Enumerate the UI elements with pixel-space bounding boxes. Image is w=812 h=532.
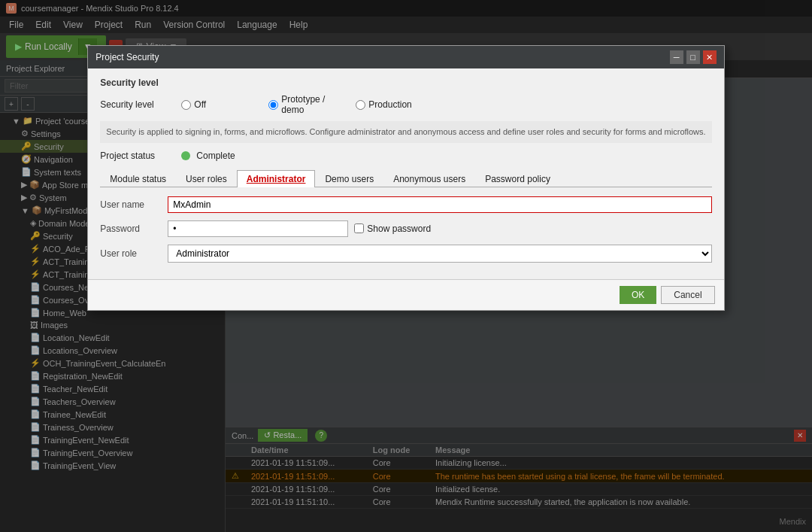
tab-user-roles[interactable]: User roles [176,170,237,187]
administrator-tab-content: User name Password Show password User ro… [100,196,711,263]
radio-production[interactable] [356,100,365,110]
show-password-checkbox[interactable] [354,223,364,233]
radio-off[interactable] [181,100,191,110]
tab-demo-users[interactable]: Demo users [315,170,383,187]
modal-tabs: Module status User roles Administrator D… [100,170,711,187]
modal-footer: OK Cancel [88,279,723,310]
user-role-select[interactable]: Administrator [168,245,711,263]
modal-close-button[interactable]: ✕ [703,50,717,64]
radio-prototype-label: Prototype / demo [268,94,344,115]
radio-prototype[interactable] [268,100,278,110]
modal-minimize-button[interactable]: ─ [670,50,683,64]
username-input[interactable] [168,196,711,213]
security-level-title: Security level [100,78,711,88]
show-password-container: Show password [354,223,431,234]
modal-restore-button[interactable]: □ [686,50,700,64]
tab-anonymous-users[interactable]: Anonymous users [383,170,475,187]
user-role-row: User role Administrator [100,245,711,263]
username-row: User name [100,196,711,213]
ok-button[interactable]: OK [620,286,656,304]
tab-administrator[interactable]: Administrator [237,170,316,187]
tab-module-status[interactable]: Module status [100,170,176,187]
password-row: Password Show password [100,220,711,237]
security-level-label: Security level [100,99,175,110]
show-password-label: Show password [367,223,431,234]
security-info-text: Security is applied to signing in, forms… [100,121,711,143]
radio-off-text: Off [194,99,206,110]
project-security-modal: Project Security ─ □ ✕ Security level Se… [87,45,724,311]
radio-production-label: Production [356,99,431,110]
modal-title: Project Security [95,52,159,62]
password-label: Password [100,223,168,234]
tab-password-policy[interactable]: Password policy [475,170,560,187]
user-role-label: User role [100,248,168,259]
status-text: Complete [196,150,235,161]
modal-overlay: Project Security ─ □ ✕ Security level Se… [0,0,812,532]
password-input[interactable] [168,220,348,237]
modal-titlebar-buttons: ─ □ ✕ [670,50,717,64]
username-label: User name [100,199,168,210]
radio-prototype-text: Prototype / demo [281,94,344,115]
info-text-content: Security is applied to signing in, forms… [106,127,705,136]
project-status-row: Project status Complete [100,150,711,161]
modal-titlebar: Project Security ─ □ ✕ [88,46,723,68]
project-status-label: Project status [100,150,175,161]
security-level-row: Security level Off Prototype / demo Prod… [100,94,711,115]
cancel-button[interactable]: Cancel [661,286,714,304]
radio-production-text: Production [368,99,411,110]
radio-off-label: Off [181,99,256,110]
status-dot [181,151,190,160]
modal-content: Security level Security level Off Protot… [88,68,723,279]
radio-group: Off Prototype / demo Production [181,94,431,115]
